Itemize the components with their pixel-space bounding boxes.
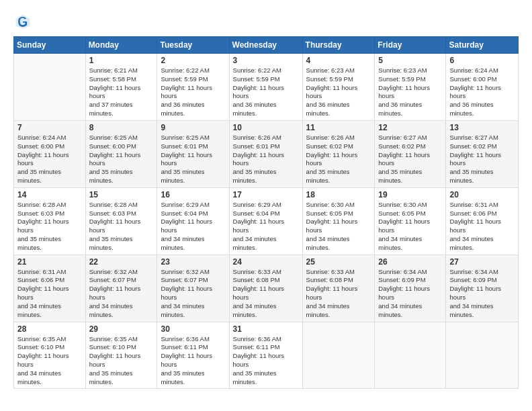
calendar-day-cell: 26Sunrise: 6:34 AMSunset: 6:09 PMDayligh… (375, 255, 446, 322)
day-number: 24 (233, 257, 299, 267)
calendar-day-cell: 23Sunrise: 6:32 AMSunset: 6:07 PMDayligh… (157, 255, 229, 322)
calendar-day-cell: 14Sunrise: 6:28 AMSunset: 6:03 PMDayligh… (14, 187, 86, 255)
day-info: Sunrise: 6:26 AMSunset: 6:02 PMDaylight:… (306, 134, 371, 185)
day-info: Sunrise: 6:24 AMSunset: 6:00 PMDaylight:… (449, 66, 515, 118)
day-info: Sunrise: 6:35 AMSunset: 6:10 PMDaylight:… (89, 335, 154, 387)
day-number: 30 (161, 324, 225, 334)
calendar-table: SundayMondayTuesdayWednesdayThursdayFrid… (13, 36, 519, 389)
day-info: Sunrise: 6:22 AMSunset: 5:59 PMDaylight:… (161, 66, 225, 118)
calendar-week-row: 7Sunrise: 6:24 AMSunset: 6:00 PMDaylight… (14, 120, 519, 187)
calendar-day-cell: 22Sunrise: 6:32 AMSunset: 6:07 PMDayligh… (85, 255, 157, 322)
day-info: Sunrise: 6:27 AMSunset: 6:02 PMDaylight:… (378, 134, 442, 185)
day-info: Sunrise: 6:32 AMSunset: 6:07 PMDaylight:… (89, 268, 154, 320)
calendar-day-cell: 20Sunrise: 6:31 AMSunset: 6:06 PMDayligh… (446, 187, 519, 255)
calendar-day-cell: 18Sunrise: 6:30 AMSunset: 6:05 PMDayligh… (302, 187, 375, 255)
day-number: 8 (89, 123, 154, 132)
day-number: 22 (89, 257, 154, 267)
calendar-day-cell: 31Sunrise: 6:36 AMSunset: 6:11 PMDayligh… (229, 322, 302, 389)
day-number: 12 (378, 123, 442, 132)
calendar-week-row: 1Sunrise: 6:21 AMSunset: 5:58 PMDaylight… (14, 54, 519, 121)
day-number: 16 (161, 190, 225, 199)
logo (13, 12, 35, 31)
calendar-day-cell: 19Sunrise: 6:30 AMSunset: 6:05 PMDayligh… (375, 187, 446, 255)
day-info: Sunrise: 6:29 AMSunset: 6:04 PMDaylight:… (161, 201, 225, 253)
day-info: Sunrise: 6:29 AMSunset: 6:04 PMDaylight:… (233, 201, 299, 253)
calendar-day-cell: 28Sunrise: 6:35 AMSunset: 6:10 PMDayligh… (14, 322, 86, 389)
day-info: Sunrise: 6:32 AMSunset: 6:07 PMDaylight:… (161, 268, 225, 320)
calendar-day-cell: 13Sunrise: 6:27 AMSunset: 6:02 PMDayligh… (446, 120, 519, 187)
day-info: Sunrise: 6:35 AMSunset: 6:10 PMDaylight:… (17, 335, 82, 387)
day-info: Sunrise: 6:36 AMSunset: 6:11 PMDaylight:… (161, 335, 225, 387)
day-number: 13 (449, 123, 515, 132)
day-number: 23 (161, 257, 225, 267)
calendar-week-row: 28Sunrise: 6:35 AMSunset: 6:10 PMDayligh… (14, 322, 519, 389)
calendar-header-monday: Monday (85, 37, 157, 54)
calendar-week-row: 14Sunrise: 6:28 AMSunset: 6:03 PMDayligh… (14, 187, 519, 255)
day-number: 26 (378, 257, 442, 267)
day-info: Sunrise: 6:27 AMSunset: 6:02 PMDaylight:… (449, 134, 515, 185)
calendar-header-row: SundayMondayTuesdayWednesdayThursdayFrid… (14, 37, 519, 54)
day-number: 29 (89, 324, 154, 334)
calendar-day-cell: 11Sunrise: 6:26 AMSunset: 6:02 PMDayligh… (302, 120, 375, 187)
day-info: Sunrise: 6:33 AMSunset: 6:08 PMDaylight:… (306, 268, 371, 320)
day-number: 4 (306, 56, 371, 65)
day-info: Sunrise: 6:25 AMSunset: 6:00 PMDaylight:… (89, 134, 154, 185)
day-info: Sunrise: 6:30 AMSunset: 6:05 PMDaylight:… (306, 201, 371, 253)
day-number: 5 (378, 56, 442, 65)
calendar-day-cell: 25Sunrise: 6:33 AMSunset: 6:08 PMDayligh… (302, 255, 375, 322)
page: SundayMondayTuesdayWednesdayThursdayFrid… (0, 0, 532, 411)
day-number: 17 (233, 190, 299, 199)
day-info: Sunrise: 6:24 AMSunset: 6:00 PMDaylight:… (17, 134, 82, 185)
day-number: 27 (449, 257, 515, 267)
day-number: 19 (378, 190, 442, 199)
day-info: Sunrise: 6:34 AMSunset: 6:09 PMDaylight:… (449, 268, 515, 320)
day-number: 6 (449, 56, 515, 65)
calendar-header-sunday: Sunday (14, 37, 86, 54)
day-info: Sunrise: 6:28 AMSunset: 6:03 PMDaylight:… (17, 201, 82, 253)
calendar-day-cell: 9Sunrise: 6:25 AMSunset: 6:01 PMDaylight… (157, 120, 229, 187)
day-number: 2 (161, 56, 225, 65)
day-number: 14 (17, 190, 82, 199)
day-number: 21 (17, 257, 82, 267)
day-info: Sunrise: 6:30 AMSunset: 6:05 PMDaylight:… (378, 201, 442, 253)
day-info: Sunrise: 6:22 AMSunset: 5:59 PMDaylight:… (233, 66, 299, 118)
calendar-day-cell: 17Sunrise: 6:29 AMSunset: 6:04 PMDayligh… (229, 187, 302, 255)
day-number: 20 (449, 190, 515, 199)
calendar-day-cell: 12Sunrise: 6:27 AMSunset: 6:02 PMDayligh… (375, 120, 446, 187)
calendar-day-cell: 21Sunrise: 6:31 AMSunset: 6:06 PMDayligh… (14, 255, 86, 322)
calendar-header-wednesday: Wednesday (229, 37, 302, 54)
calendar-day-cell: 6Sunrise: 6:24 AMSunset: 6:00 PMDaylight… (446, 54, 519, 121)
day-number: 7 (17, 123, 82, 132)
calendar-day-cell: 16Sunrise: 6:29 AMSunset: 6:04 PMDayligh… (157, 187, 229, 255)
calendar-day-cell: 27Sunrise: 6:34 AMSunset: 6:09 PMDayligh… (446, 255, 519, 322)
day-number: 1 (89, 56, 154, 65)
day-info: Sunrise: 6:26 AMSunset: 6:01 PMDaylight:… (233, 134, 299, 185)
calendar-header-saturday: Saturday (446, 37, 519, 54)
calendar-day-cell: 3Sunrise: 6:22 AMSunset: 5:59 PMDaylight… (229, 54, 302, 121)
day-number: 31 (233, 324, 299, 334)
day-info: Sunrise: 6:23 AMSunset: 5:59 PMDaylight:… (378, 66, 442, 118)
calendar-day-cell: 4Sunrise: 6:23 AMSunset: 5:59 PMDaylight… (302, 54, 375, 121)
calendar-day-cell: 29Sunrise: 6:35 AMSunset: 6:10 PMDayligh… (85, 322, 157, 389)
day-info: Sunrise: 6:25 AMSunset: 6:01 PMDaylight:… (161, 134, 225, 185)
calendar-day-cell: 5Sunrise: 6:23 AMSunset: 5:59 PMDaylight… (375, 54, 446, 121)
calendar-day-cell: 15Sunrise: 6:28 AMSunset: 6:03 PMDayligh… (85, 187, 157, 255)
calendar-header-tuesday: Tuesday (157, 37, 229, 54)
calendar-day-cell: 10Sunrise: 6:26 AMSunset: 6:01 PMDayligh… (229, 120, 302, 187)
header (13, 12, 519, 31)
calendar-day-cell (302, 322, 375, 389)
calendar-header-friday: Friday (375, 37, 446, 54)
calendar-day-cell: 30Sunrise: 6:36 AMSunset: 6:11 PMDayligh… (157, 322, 229, 389)
calendar-day-cell (14, 54, 86, 121)
day-number: 3 (233, 56, 299, 65)
day-number: 9 (161, 123, 225, 132)
calendar-day-cell: 8Sunrise: 6:25 AMSunset: 6:00 PMDaylight… (85, 120, 157, 187)
day-number: 11 (306, 123, 371, 132)
day-info: Sunrise: 6:28 AMSunset: 6:03 PMDaylight:… (89, 201, 154, 253)
logo-icon (13, 12, 32, 31)
day-info: Sunrise: 6:31 AMSunset: 6:06 PMDaylight:… (449, 201, 515, 253)
day-info: Sunrise: 6:36 AMSunset: 6:11 PMDaylight:… (233, 335, 299, 387)
day-number: 28 (17, 324, 82, 334)
day-number: 25 (306, 257, 371, 267)
day-info: Sunrise: 6:33 AMSunset: 6:08 PMDaylight:… (233, 268, 299, 320)
